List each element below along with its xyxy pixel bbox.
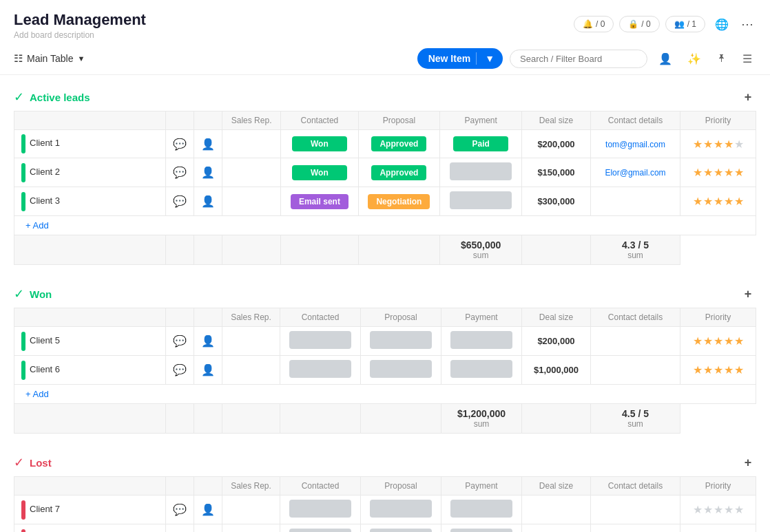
proposal-cell[interactable]: Approved <box>358 158 440 187</box>
person-icon[interactable]: 👤 <box>201 195 215 207</box>
people-button[interactable]: 👥 / 1 <box>665 16 705 32</box>
star-0[interactable]: ★ <box>693 138 703 151</box>
star-1[interactable]: ★ <box>703 334 713 348</box>
contact-details-cell[interactable]: tom@gmail.com <box>591 130 680 158</box>
star-0[interactable]: ★ <box>693 166 703 179</box>
group-toggle-lost[interactable]: ✓ <box>14 455 24 470</box>
chat-icon[interactable]: 💬 <box>173 138 187 150</box>
chat-cell[interactable]: 💬 <box>166 356 194 385</box>
proposal-cell[interactable]: Approved <box>358 130 440 158</box>
person-cell[interactable]: 👤 <box>194 524 222 533</box>
group-toggle-won[interactable]: ✓ <box>14 286 24 301</box>
proposal-cell[interactable] <box>360 496 441 524</box>
star-4[interactable]: ★ <box>734 503 744 516</box>
contacted-cell[interactable]: Won <box>281 158 358 187</box>
chat-cell[interactable]: 💬 <box>166 130 194 158</box>
star-1[interactable]: ★ <box>703 195 713 208</box>
proposal-cell[interactable] <box>360 327 441 356</box>
group-add-col-lost[interactable]: + <box>740 454 756 471</box>
star-2[interactable]: ★ <box>714 195 723 208</box>
star-2[interactable]: ★ <box>714 503 723 516</box>
person-icon[interactable]: 👤 <box>201 364 215 376</box>
star-2[interactable]: ★ <box>714 138 723 151</box>
star-3[interactable]: ★ <box>724 195 733 208</box>
contacted-cell[interactable] <box>280 496 361 524</box>
chat-cell[interactable]: 💬 <box>166 496 194 524</box>
star-4[interactable]: ★ <box>734 138 744 151</box>
person-cell[interactable]: 👤 <box>194 130 222 158</box>
star-1[interactable]: ★ <box>703 166 713 179</box>
chat-cell[interactable]: 💬 <box>166 187 194 216</box>
more-options-button[interactable]: ⋯ <box>738 14 756 34</box>
contacted-cell[interactable] <box>280 524 361 533</box>
payment-cell[interactable] <box>441 496 521 524</box>
person-icon[interactable]: 👤 <box>201 167 215 178</box>
person-cell[interactable]: 👤 <box>194 496 222 524</box>
star-0[interactable]: ★ <box>693 503 703 516</box>
activity-button[interactable]: 🔔 / 0 <box>574 16 614 32</box>
main-table-button[interactable]: ☷ Main Table ▼ <box>14 52 85 65</box>
group-add-col-active-leads[interactable]: + <box>740 89 756 105</box>
add-row[interactable]: + Add <box>14 216 756 235</box>
group-toggle-active-leads[interactable]: ✓ <box>14 89 24 105</box>
contacted-cell[interactable]: Email sent <box>281 187 358 216</box>
proposal-cell[interactable] <box>360 524 441 533</box>
payment-cell[interactable] <box>441 356 521 385</box>
person-icon[interactable]: 👤 <box>201 335 215 347</box>
payment-cell[interactable] <box>440 158 522 187</box>
contact-details-cell[interactable] <box>591 356 680 385</box>
search-input[interactable] <box>510 50 647 68</box>
star-4[interactable]: ★ <box>734 334 744 348</box>
contacted-cell[interactable] <box>280 327 361 356</box>
star-1[interactable]: ★ <box>703 503 713 516</box>
star-1[interactable]: ★ <box>703 363 713 376</box>
chat-icon[interactable]: 💬 <box>173 364 187 376</box>
contacted-cell[interactable]: Won <box>281 130 358 158</box>
person-icon[interactable]: 👤 <box>201 504 215 515</box>
inbox-button[interactable]: 🔒 / 0 <box>619 16 659 32</box>
chat-cell[interactable]: 💬 <box>166 524 194 533</box>
contact-link[interactable]: Elor@gmail.com <box>605 168 665 178</box>
star-0[interactable]: ★ <box>693 334 703 348</box>
star-0[interactable]: ★ <box>693 195 703 208</box>
star-4[interactable]: ★ <box>734 363 744 376</box>
person-icon[interactable]: 👤 <box>201 138 215 150</box>
star-1[interactable]: ★ <box>703 138 713 151</box>
add-row-cell[interactable]: + Add <box>14 385 756 404</box>
person-cell[interactable]: 👤 <box>194 356 222 385</box>
payment-cell[interactable] <box>441 524 521 533</box>
app-subtitle[interactable]: Add board description <box>14 30 146 40</box>
person-cell[interactable]: 👤 <box>194 158 222 187</box>
star-0[interactable]: ★ <box>693 363 703 376</box>
pin-icon-button[interactable]: 🖈 <box>712 50 731 67</box>
contact-details-cell[interactable] <box>591 187 680 216</box>
star-2[interactable]: ★ <box>714 334 723 348</box>
group-add-col-won[interactable]: + <box>740 286 756 302</box>
add-row[interactable]: + Add <box>14 385 756 404</box>
chat-cell[interactable]: 💬 <box>166 158 194 187</box>
contact-details-cell[interactable]: Elor@gmail.com <box>591 158 680 187</box>
star-3[interactable]: ★ <box>724 363 733 376</box>
chat-icon[interactable]: 💬 <box>173 167 187 178</box>
star-3[interactable]: ★ <box>724 503 733 516</box>
star-3[interactable]: ★ <box>724 166 733 179</box>
star-4[interactable]: ★ <box>734 166 744 179</box>
proposal-cell[interactable]: Negotiation <box>358 187 440 216</box>
star-2[interactable]: ★ <box>714 166 723 179</box>
payment-cell[interactable] <box>440 187 522 216</box>
contact-details-cell[interactable] <box>591 327 680 356</box>
new-item-button[interactable]: New Item ▼ <box>417 48 503 69</box>
contact-link[interactable]: tom@gmail.com <box>605 140 665 149</box>
add-row-cell[interactable]: + Add <box>14 216 756 235</box>
chat-icon[interactable]: 💬 <box>173 335 187 347</box>
contacted-cell[interactable] <box>280 356 361 385</box>
user-icon-button[interactable]: 👤 <box>654 50 676 68</box>
filter-icon-button[interactable]: ☰ <box>738 50 756 68</box>
globe-button[interactable]: 🌐 <box>711 15 733 34</box>
star-3[interactable]: ★ <box>724 138 733 151</box>
person-cell[interactable]: 👤 <box>194 327 222 356</box>
person-cell[interactable]: 👤 <box>194 187 222 216</box>
chat-icon[interactable]: 💬 <box>173 195 187 207</box>
chat-icon[interactable]: 💬 <box>173 504 187 515</box>
contact-details-cell[interactable] <box>591 524 680 533</box>
